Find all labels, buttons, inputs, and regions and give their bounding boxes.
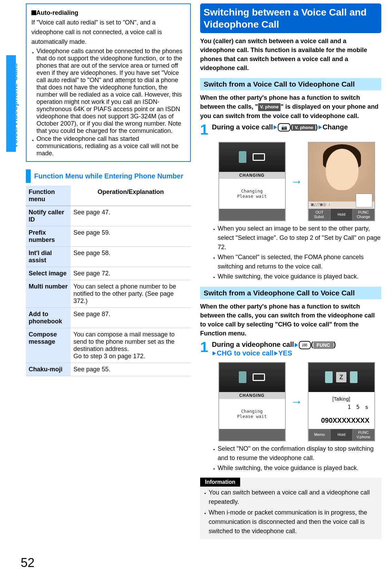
- table-row: Multi numberYou can select a phone numbe…: [26, 280, 191, 307]
- sec1-note-3-text: While switching, the voice guidance is p…: [218, 272, 359, 281]
- sec1-step-b: Change: [323, 123, 348, 131]
- fn-cell: You can compose a mail message to send t…: [71, 328, 191, 363]
- sec2-intro: When the other party's phone has a funct…: [200, 302, 381, 338]
- fn-cell: See page 58.: [71, 246, 191, 267]
- square-bullet-icon: [31, 10, 36, 15]
- table-row: Add to phonebookSee page 87.: [26, 307, 191, 328]
- fn-cell: Select image: [26, 267, 71, 280]
- arrow-right-icon: →: [291, 394, 303, 409]
- fn-cell: See page 72.: [71, 267, 191, 280]
- softkey-memo[interactable]: Memo: [308, 429, 331, 441]
- func-chip-icon: FUNC: [313, 341, 334, 349]
- fn-cell: You can select a phone number to be noti…: [71, 280, 191, 307]
- changing-screen: CHANGING Changing Please wait: [218, 362, 286, 441]
- function-menu-table: Function menu Operation/Explanation Noti…: [26, 186, 191, 376]
- fn-cell: Compose message: [26, 328, 71, 363]
- sec2-step-b: CHG to voice call: [217, 349, 274, 357]
- sec1-note-2: When "Cancel" is selected, the FOMA phon…: [213, 253, 381, 271]
- z-icon: Z: [336, 372, 346, 382]
- changing-bar: CHANGING: [219, 392, 285, 399]
- sec2-heading: Switch from a Videophone Call to Voice C…: [200, 287, 381, 299]
- call-timer: 1 5 s: [308, 404, 374, 410]
- vphone-chip-icon: V. phone: [258, 103, 281, 111]
- screen-body: [Talking] 1 5 s 090XXXXXXXX: [308, 392, 374, 429]
- function-menu-heading-text: Function Menu while Entering Phone Numbe…: [31, 169, 191, 183]
- sec1-screens: CHANGING Changing Please wait → 15 s ▣△▽…: [212, 142, 381, 221]
- sec2-screens: CHANGING Changing Please wait → Z [Talki…: [212, 362, 381, 441]
- table-row: Compose messageYou can compose a mail me…: [26, 328, 191, 363]
- sec2-step-text: During a videophone calli✉(FUNC) CHG to …: [212, 340, 381, 357]
- sec2-notes: Select "NO" on the confirmation display …: [213, 444, 381, 473]
- arrow-icon: [295, 343, 298, 347]
- videophone-screen: 15 s ▣△▽▣◎ ↕ OUTSubst. Hold FUNCChange: [308, 142, 375, 221]
- softkey-func[interactable]: FUNCChange: [352, 209, 374, 221]
- table-row: Chaku-mojiSee page 55.: [26, 363, 191, 376]
- sec1-note-3: While switching, the voice guidance is p…: [213, 272, 381, 281]
- screen-softkeys: Memo Hold FUNCV.phone: [308, 429, 374, 441]
- auto-redial-box: Auto-redialing If "Voice call auto redia…: [26, 3, 191, 162]
- changing-wait-text: Changing Please wait: [219, 179, 285, 209]
- table-row: Prefix numbersSee page 59.: [26, 226, 191, 246]
- fn-cell: Prefix numbers: [26, 226, 71, 246]
- fn-cell: Notify caller ID: [26, 206, 71, 226]
- left-column: Auto-redialing If "Voice call auto redia…: [26, 3, 191, 376]
- auto-redial-title: Auto-redialing: [36, 9, 78, 16]
- table-row: Select imageSee page 72.: [26, 267, 191, 280]
- status-icons: ▣△▽▣◎ ↕: [311, 202, 331, 207]
- arrow-icon: [318, 125, 322, 129]
- fn-cell: Int'l dial assist: [26, 246, 71, 267]
- table-row: Notify caller IDSee page 47.: [26, 206, 191, 226]
- function-menu-heading: Function Menu while Entering Phone Numbe…: [26, 169, 191, 183]
- battery-icon: [253, 153, 265, 161]
- page-number: 52: [21, 556, 35, 570]
- fn-cell: Chaku-moji: [26, 363, 71, 376]
- table-header-1: Function menu: [26, 186, 71, 206]
- sec2-note-2-text: While switching, the voice guidance is p…: [218, 463, 359, 473]
- heading-accent: [26, 169, 31, 183]
- arrow-icon: [213, 351, 216, 355]
- softkey-hold[interactable]: Hold: [330, 209, 352, 221]
- information-label: Information: [200, 478, 240, 487]
- sec2-note-1: Select "NO" on the confirmation display …: [213, 444, 381, 463]
- table-header-row: Function menu Operation/Explanation: [26, 186, 191, 206]
- phone-icon: [239, 371, 246, 383]
- side-tab-label: Voice/Videophone Calls: [10, 63, 19, 148]
- sec1-note-1: When you select an image to be sent to t…: [213, 224, 381, 252]
- changing-wait-text: Changing Please wait: [219, 399, 285, 429]
- screen-top-bar: [219, 143, 285, 172]
- main-intro: You (caller) can switch between a voice …: [200, 37, 381, 72]
- fn-cell: See page 59.: [71, 226, 191, 246]
- sec1-step-text: During a voice call📷(V. phone)Change: [212, 123, 381, 132]
- sec1-notes: When you select an image to be sent to t…: [213, 224, 381, 281]
- screen-softkeys: [219, 209, 285, 221]
- sec2-step-a: During a videophone call: [212, 341, 294, 348]
- auto-redial-bullet-2-text: Once the videophone call has started com…: [37, 135, 185, 157]
- sec2-step: 1 During a videophone calli✉(FUNC) CHG t…: [200, 340, 381, 357]
- voice-call-screen: Z [Talking] 1 5 s 090XXXXXXXX Memo Hold …: [308, 362, 375, 441]
- fn-cell: See page 47.: [71, 206, 191, 226]
- fn-cell: See page 87.: [71, 307, 191, 328]
- talking-label: [Talking]: [308, 396, 374, 402]
- fn-cell: See page 55.: [71, 363, 191, 376]
- information-block: Information You can switch between a voi…: [200, 478, 381, 539]
- sec2-note-1-text: Select "NO" on the confirmation display …: [218, 444, 381, 463]
- sec2-step-c: YES: [278, 349, 292, 357]
- imode-key-icon: i✉: [299, 341, 311, 349]
- phone-icon: [239, 151, 246, 163]
- vphone-chip-icon: V. phone: [293, 124, 315, 131]
- screen-softkeys: OUTSubst. Hold FUNCChange: [308, 209, 374, 221]
- info-note-1: You can switch between a voice call and …: [200, 487, 381, 507]
- camera-key-icon: 📷: [278, 123, 291, 131]
- phone-icon: [325, 371, 333, 383]
- main-heading: Switching between a Voice Call and Video…: [200, 3, 381, 33]
- self-preview: [356, 194, 372, 207]
- changing-screen: CHANGING Changing Please wait: [218, 142, 286, 221]
- auto-redial-para: If "Voice call auto redial" is set to "O…: [31, 18, 185, 47]
- auto-redial-bullet-1-text: Videophone calls cannot be connected to …: [37, 48, 185, 135]
- softkey-hold[interactable]: Hold: [330, 429, 352, 441]
- softkey-out[interactable]: OUTSubst.: [308, 209, 331, 221]
- sec1-heading: Switch from a Voice Call to Videophone C…: [200, 78, 381, 90]
- softkey-func[interactable]: FUNCV.phone: [352, 429, 374, 441]
- arrow-right-icon: →: [291, 174, 303, 189]
- changing-bar: CHANGING: [219, 172, 285, 179]
